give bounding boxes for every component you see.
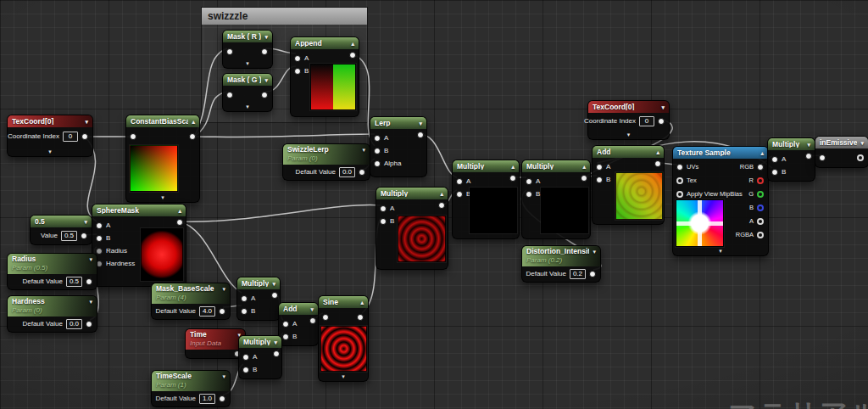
chevron-up-icon[interactable]: ▴ [511, 164, 515, 170]
input-pin-a[interactable] [771, 156, 778, 163]
chevron-up-icon[interactable]: ▴ [760, 150, 764, 156]
input-pin-a[interactable] [380, 205, 387, 212]
input-pin-b[interactable] [526, 191, 532, 198]
node-in-emissive[interactable]: inEmissive▾ [815, 136, 868, 168]
output-pin[interactable] [359, 169, 365, 176]
chevron-up-icon[interactable]: ▴ [351, 41, 354, 47]
output-pin[interactable] [349, 52, 356, 59]
input-pin[interactable] [226, 92, 233, 98]
output-pin-rgba[interactable] [757, 232, 764, 238]
value-field[interactable]: 4.0 [199, 306, 215, 317]
output-pin[interactable] [86, 278, 92, 285]
input-pin-b[interactable] [96, 235, 103, 242]
node-param-mask-base-scale[interactable]: Mask_BaseScale▾ Param (4) Default Value … [151, 283, 231, 320]
input-pin-b[interactable] [374, 148, 381, 154]
input-pin-b[interactable] [294, 68, 301, 75]
input-pin-a[interactable] [241, 295, 248, 302]
node-time[interactable]: Time▾ Input Data [185, 328, 246, 359]
chevron-down-icon[interactable]: ▾ [310, 306, 314, 312]
node-texcoord-0-left[interactable]: TexCoord[0]▾ Coordinate Index 0 ▾ [7, 115, 93, 157]
chevron-down-icon[interactable]: ▾ [8, 148, 92, 155]
input-pin-b[interactable] [771, 169, 778, 176]
node-texture-sample[interactable]: Texture Sample▴ UVs Tex Apply View MipBi… [672, 146, 769, 256]
output-pin[interactable] [81, 133, 88, 140]
input-pin-a[interactable] [294, 55, 301, 62]
chevron-down-icon[interactable]: ▾ [362, 147, 365, 153]
input-pin-b[interactable] [456, 191, 463, 198]
output-pin[interactable] [417, 132, 424, 138]
output-pin[interactable] [805, 153, 812, 160]
chevron-down-icon[interactable]: ▾ [222, 373, 225, 379]
output-pin[interactable] [357, 314, 364, 321]
output-pin[interactable] [581, 175, 587, 182]
output-pin[interactable] [589, 271, 596, 277]
output-pin[interactable] [438, 202, 445, 209]
output-pin[interactable] [271, 292, 278, 299]
input-pin-a[interactable] [96, 222, 103, 229]
output-pin-r[interactable] [757, 177, 764, 184]
output-pin[interactable] [86, 321, 92, 328]
chevron-up-icon[interactable]: ▴ [582, 164, 586, 170]
chevron-down-icon[interactable]: ▾ [419, 120, 422, 126]
output-pin-rgb[interactable] [757, 164, 764, 171]
output-pin[interactable] [219, 395, 225, 402]
node-param-time-scale[interactable]: TimeScale▾ Param (1) Default Value 1.0 [151, 370, 231, 407]
output-pin[interactable] [261, 92, 268, 98]
node-multiply-emissive[interactable]: Multiply▾ A B [767, 137, 815, 182]
output-pin[interactable] [81, 233, 87, 239]
node-mask-g[interactable]: Mask ( G )▾ ▾ [222, 73, 273, 112]
chevron-down-icon[interactable]: ▾ [264, 77, 268, 83]
chevron-down-icon[interactable]: ▾ [264, 34, 268, 40]
node-param-hardness[interactable]: Hardness▾ Param (0) Default Value 0.0 [7, 295, 97, 333]
node-multiply-rings[interactable]: Multiply▴ A B [376, 187, 448, 270]
comment-title[interactable]: swizzzle [202, 8, 367, 25]
input-pin-b[interactable] [241, 308, 248, 315]
output-pin-g[interactable] [757, 191, 764, 198]
input-pin-b[interactable] [242, 367, 249, 373]
node-sphere-mask[interactable]: SphereMask▴ A B Radius Hardness [92, 204, 186, 287]
chevron-down-icon[interactable]: ▾ [807, 142, 810, 148]
chevron-down-icon[interactable]: ▾ [126, 194, 199, 201]
input-pin[interactable] [226, 48, 233, 55]
chevron-up-icon[interactable]: ▴ [440, 191, 443, 197]
node-add-time[interactable]: Add▾ A B [278, 302, 319, 346]
input-pin[interactable] [819, 154, 826, 161]
output-pin[interactable] [176, 219, 183, 226]
input-pin-a[interactable] [374, 135, 381, 142]
output-pin[interactable] [219, 308, 225, 315]
value-field[interactable]: 0.5 [66, 277, 82, 287]
chevron-up-icon[interactable]: ▴ [656, 149, 659, 155]
output-pin[interactable] [654, 160, 661, 167]
chevron-up-icon[interactable]: ▴ [192, 119, 195, 125]
chevron-down-icon[interactable]: ▾ [319, 373, 368, 380]
input-pin-radius[interactable] [96, 248, 103, 255]
value-field[interactable]: 0.5 [61, 231, 77, 241]
node-add-uv[interactable]: Add▴ A B [592, 145, 665, 225]
chevron-down-icon[interactable]: ▾ [223, 60, 272, 67]
input-pin-a[interactable] [596, 164, 603, 171]
chevron-down-icon[interactable]: ▾ [593, 249, 596, 255]
chevron-down-icon[interactable]: ▾ [223, 104, 272, 110]
chevron-down-icon[interactable]: ▾ [85, 119, 88, 125]
node-sine[interactable]: Sine▴ ▾ [318, 295, 369, 382]
output-pin-b[interactable] [757, 204, 764, 211]
chevron-down-icon[interactable]: ▾ [661, 104, 665, 110]
value-field[interactable]: 0.0 [339, 167, 355, 177]
node-constant-bias-scale[interactable]: ConstantBiasScale▴ ▾ [125, 115, 200, 203]
input-pin-a[interactable] [282, 321, 289, 328]
input-pin-a[interactable] [526, 178, 532, 185]
node-param-swizzle-lerp[interactable]: SwizzleLerp▾ Param (0) Default Value 0.0 [282, 143, 370, 181]
output-pin[interactable] [273, 350, 280, 357]
value-field[interactable]: 0.0 [66, 319, 82, 329]
chevron-up-icon[interactable]: ▴ [178, 208, 181, 214]
value-field[interactable]: 0.2 [570, 269, 586, 279]
value-field[interactable]: 0 [639, 116, 654, 126]
node-lerp[interactable]: Lerp▾ A B Alpha [370, 116, 427, 177]
value-field[interactable]: 1.0 [199, 394, 215, 404]
chevron-down-icon[interactable]: ▾ [89, 256, 92, 262]
output-pin-a[interactable] [757, 218, 764, 225]
output-pin[interactable] [658, 118, 665, 125]
chevron-down-icon[interactable]: ▾ [274, 339, 277, 345]
graph-canvas[interactable]: swizzzle [0, 0, 868, 409]
output-pin[interactable] [309, 317, 316, 324]
